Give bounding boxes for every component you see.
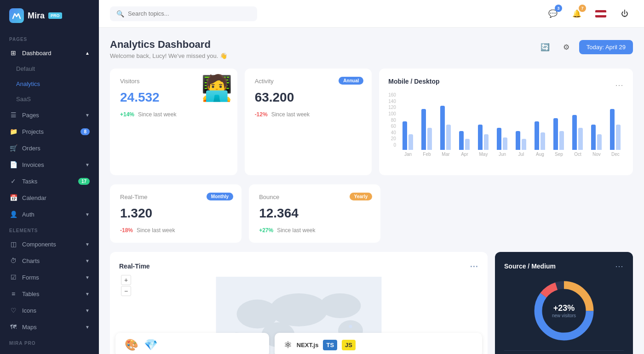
- sidebar-item-forms-label: Forms: [22, 274, 39, 281]
- search-box[interactable]: 🔍: [110, 6, 257, 21]
- sidebar-item-orders-label: Orders: [22, 145, 40, 152]
- notifications-button[interactable]: 💬 3: [545, 6, 561, 22]
- bar-group-apr: Apr: [456, 131, 473, 157]
- main-content: 🔍 💬 3 🔔 7 ⏻ Analytics Dashboard: [99, 0, 644, 354]
- power-button[interactable]: ⏻: [616, 6, 633, 22]
- chart-title: Mobile / Desktop: [388, 78, 439, 85]
- source-row-social: Social 200 +14%: [504, 350, 624, 354]
- bar-dark-2: [440, 106, 445, 150]
- filter-icon: ⚙: [563, 43, 569, 51]
- sidebar-item-calendar[interactable]: 📅 Calendar: [0, 189, 99, 206]
- stats-row-1: Visitors 24.532 +14% Since last week 🧑‍💻…: [110, 69, 633, 175]
- activity-badge: Annual: [339, 77, 363, 85]
- sponsor-card-2: ⚛ NEXT.js TS JS: [275, 333, 482, 354]
- sidebar-item-forms[interactable]: ☑ Forms ▼: [0, 269, 99, 285]
- bar-chart-container: 0 20 40 60 80 100 120 140 160 JanFebMarA…: [388, 92, 624, 166]
- map-zoom-out-button[interactable]: −: [121, 286, 131, 296]
- bar-light-9: [578, 128, 583, 150]
- bar-dark-6: [516, 131, 520, 150]
- sidebar-item-projects[interactable]: 📁 Projects 8: [0, 123, 99, 140]
- refresh-button[interactable]: 🔄: [537, 39, 553, 55]
- bar-label-nov: Nov: [592, 152, 601, 157]
- bell-button[interactable]: 🔔 7: [569, 6, 585, 22]
- source-more-icon[interactable]: ⋯: [615, 261, 624, 271]
- bounce-badge: Yearly: [350, 193, 372, 200]
- sidebar-item-saas[interactable]: SaaS: [0, 91, 99, 107]
- ts-badge: TS: [323, 340, 337, 350]
- sidebar-item-tables-label: Tables: [22, 291, 40, 297]
- flag-icon: [595, 10, 606, 17]
- chevron-down-forms: ▼: [85, 275, 90, 280]
- topbar: 🔍 💬 3 🔔 7 ⏻: [99, 0, 644, 28]
- chat-badge: 3: [555, 5, 562, 12]
- activity-card: Activity Annual 63.200 -12% Since last w…: [245, 69, 372, 175]
- sidebar-item-tables[interactable]: ≡ Tables ▼: [0, 285, 99, 302]
- tasks-icon: ✓: [9, 177, 17, 185]
- activity-header: Activity Annual: [255, 78, 362, 90]
- realtime-since: Since last week: [137, 227, 175, 234]
- sidebar-item-maps-label: Maps: [22, 324, 37, 331]
- sidebar-item-pages-label: Pages: [22, 112, 39, 119]
- search-input[interactable]: [128, 10, 251, 17]
- orders-icon: 🛒: [9, 144, 17, 152]
- sidebar-item-invoices[interactable]: 📄 Invoices ▼: [0, 156, 99, 173]
- bar-dark-5: [497, 128, 501, 150]
- date-button[interactable]: Today: April 29: [579, 40, 633, 54]
- sidebar-item-maps[interactable]: 🗺 Maps ▼: [0, 319, 99, 335]
- map-more-icon[interactable]: ⋯: [470, 261, 478, 271]
- sidebar-logo: Mira PRO: [0, 0, 99, 31]
- svg-point-2: [270, 293, 328, 326]
- pages-icon: ☰: [9, 111, 17, 119]
- invoices-icon: 📄: [9, 160, 17, 169]
- bar-dark-4: [478, 125, 483, 150]
- bar-group-mar: Mar: [437, 106, 454, 157]
- bar-light-0: [408, 134, 413, 150]
- sidebar-item-default[interactable]: Default: [0, 61, 99, 76]
- source-table: Social 200 +14% Search Engines 125 -12%: [504, 350, 624, 354]
- bar-light-7: [540, 132, 545, 150]
- sidebar-item-saas-label: SaaS: [16, 96, 31, 103]
- bar-label-feb: Feb: [423, 152, 431, 157]
- bar-label-jan: Jan: [404, 152, 412, 157]
- sidebar-item-analytics[interactable]: Analytics: [0, 76, 99, 91]
- filter-button[interactable]: ⚙: [558, 39, 575, 55]
- realtime-value: 1.320: [120, 206, 231, 221]
- donut-label: new visitors: [552, 313, 576, 318]
- chart-more-icon[interactable]: ⋯: [615, 80, 624, 90]
- visitors-change: +14%: [120, 111, 134, 118]
- sidebar-item-charts-label: Charts: [22, 257, 40, 264]
- section-label-elements: ELEMENTS: [0, 223, 99, 236]
- sidebar-item-pages[interactable]: ☰ Pages ▼: [0, 107, 99, 123]
- bar-label-jun: Jun: [499, 152, 506, 157]
- chevron-up-icon: ▲: [85, 51, 90, 56]
- visitors-card: Visitors 24.532 +14% Since last week 🧑‍💻: [110, 69, 237, 175]
- bar-group-aug: Aug: [532, 121, 548, 157]
- activity-footer: -12% Since last week: [255, 111, 362, 118]
- bar-label-jul: Jul: [518, 152, 524, 157]
- sidebar-item-orders[interactable]: 🛒 Orders: [0, 140, 99, 156]
- visitors-since: Since last week: [138, 111, 176, 118]
- redux-icon: ⚛: [284, 339, 292, 350]
- donut-percent: +23%: [552, 303, 576, 313]
- sidebar-item-auth[interactable]: 👤 Auth ▼: [0, 206, 99, 223]
- sidebar-item-components[interactable]: ◫ Components ▼: [0, 236, 99, 252]
- sidebar-item-icons[interactable]: ♡ Icons ▼: [0, 302, 99, 319]
- sidebar-item-dashboard[interactable]: ⊞ Dashboard ▲: [0, 45, 99, 61]
- chevron-down-tables: ▼: [85, 291, 90, 297]
- chevron-down-invoices: ▼: [85, 162, 90, 167]
- sidebar-item-invoices-label: Invoices: [22, 161, 44, 168]
- sidebar-item-dashboard-label: Dashboard: [22, 50, 52, 57]
- section-label-pages: PAGES: [0, 31, 99, 45]
- dashboard-icon: ⊞: [9, 49, 17, 57]
- sidebar-item-tasks[interactable]: ✓ Tasks 17: [0, 173, 99, 189]
- language-selector[interactable]: [592, 6, 609, 22]
- sketch-icon: 💎: [144, 338, 158, 351]
- bar-group-oct: Oct: [569, 115, 586, 157]
- sidebar-item-charts[interactable]: ⏱ Charts ▼: [0, 252, 99, 269]
- maps-icon: 🗺: [9, 323, 17, 331]
- activity-since: Since last week: [271, 111, 310, 118]
- page-title: Analytics Dashboard: [110, 39, 227, 51]
- forms-icon: ☑: [9, 273, 17, 281]
- map-zoom-in-button[interactable]: +: [121, 275, 131, 285]
- source-medium-header: Source / Medium ⋯: [504, 261, 624, 271]
